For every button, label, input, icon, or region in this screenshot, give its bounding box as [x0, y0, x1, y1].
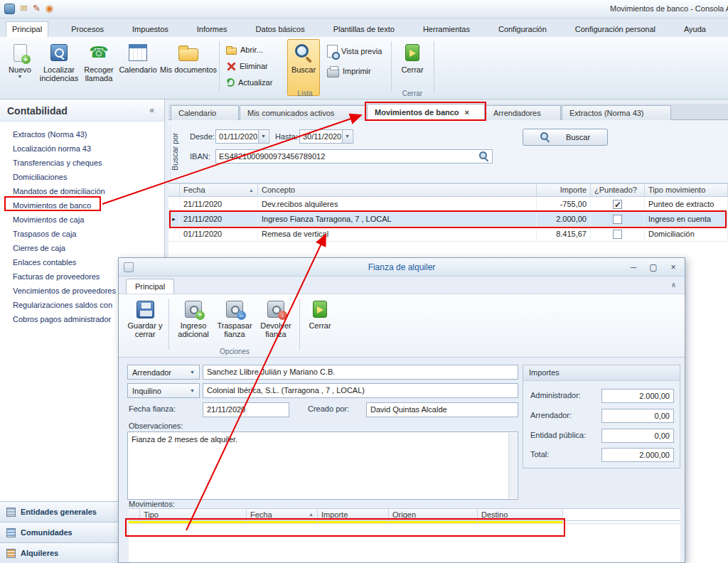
- table-row[interactable]: 21/11/2020 Dev.recibos alquileres -755,0…: [168, 197, 728, 212]
- devolver-fianza-button[interactable]: Devolver fianza: [255, 297, 296, 350]
- mov-header-importe[interactable]: Importe: [318, 509, 389, 520]
- ribbon-tab-configuracion-personal[interactable]: Configuración personal: [569, 22, 661, 37]
- table-row[interactable]: 01/11/2020 Remesa de vertical 8.415,67 D…: [168, 227, 728, 242]
- phone-icon: ☎: [89, 44, 108, 61]
- ribbon-tab-herramientas[interactable]: Herramientas: [417, 22, 476, 37]
- column-header-fecha[interactable]: Fecha▲: [180, 184, 258, 196]
- sidebar-item-cierres-caja[interactable]: Cierres de caja: [0, 241, 164, 255]
- ribbon-tab-impuestos[interactable]: Impuestos: [127, 22, 174, 37]
- administrador-field[interactable]: 2.000,00: [601, 389, 674, 403]
- sidebar-item-traspasos-caja[interactable]: Traspasos de caja: [0, 227, 164, 241]
- total-field[interactable]: 2.000,00: [601, 448, 674, 462]
- observaciones-textarea[interactable]: Fianza de 2 meses de alquiler.: [127, 431, 518, 500]
- ribbon-tab-informes[interactable]: Informes: [191, 22, 233, 37]
- inquilino-field[interactable]: Colonial Ibérica, S.L. (Tarragona , 7 , …: [203, 383, 518, 398]
- restore-icon[interactable]: ▢: [648, 261, 659, 274]
- mov-header-tipo[interactable]: Tipo: [140, 509, 247, 520]
- group-label-lista: Lista: [220, 90, 390, 97]
- ribbon-tab-procesos[interactable]: Procesos: [65, 22, 109, 37]
- vista-previa-button[interactable]: Vista previa: [326, 44, 383, 58]
- doc-tab-calendario[interactable]: Calendario: [171, 105, 239, 120]
- preview-icon: [327, 45, 338, 58]
- iban-input[interactable]: ES4821000900973456789012: [215, 149, 493, 163]
- sidebar-item-mandatos[interactable]: Mandatos de domiciliación: [0, 184, 164, 198]
- close-icon[interactable]: ×: [668, 261, 679, 274]
- fecha-fianza-field[interactable]: 21/11/2020: [203, 402, 289, 417]
- eliminar-button[interactable]: Eliminar: [225, 59, 269, 73]
- hasta-label: Hasta:: [275, 132, 298, 141]
- ribbon-tab-configuracion[interactable]: Configuración: [493, 22, 552, 37]
- actualizar-button[interactable]: Actualizar: [225, 75, 274, 90]
- table-row-selected[interactable]: ▸ 21/11/2020 Ingreso Fianza Tarragona, 7…: [168, 212, 728, 227]
- doc-tab-movimientos-banco[interactable]: Movimientos de banco×: [367, 104, 485, 120]
- close-tab-icon[interactable]: ×: [465, 108, 469, 117]
- ribbon-tab-datos-basicos[interactable]: Datos básicos: [250, 22, 311, 37]
- sidebar-item-domiciliaciones[interactable]: Domiciliaciones: [0, 170, 164, 184]
- chevron-down-icon[interactable]: ▼: [258, 130, 268, 143]
- guardar-cerrar-button[interactable]: Guardar y cerrar: [124, 297, 166, 350]
- mail-icon[interactable]: ✉: [20, 3, 28, 14]
- hasta-date-input[interactable]: 30/11/2020 ▼: [299, 129, 353, 144]
- column-header-importe[interactable]: Importe: [537, 184, 591, 196]
- punteado-checkbox[interactable]: [613, 230, 622, 239]
- scrollbar[interactable]: [508, 433, 517, 498]
- dialog-cerrar-button[interactable]: Cerrar: [304, 297, 336, 350]
- chevron-down-icon[interactable]: ▼: [342, 130, 352, 143]
- punteado-checkbox[interactable]: [613, 215, 622, 224]
- nuevo-button[interactable]: Nuevo ▼: [3, 39, 37, 96]
- chevron-up-icon[interactable]: ∧: [671, 281, 676, 289]
- entidad-publica-field[interactable]: 0,00: [601, 429, 674, 443]
- mov-header-origen[interactable]: Origen: [389, 509, 478, 520]
- recoger-llamada-button[interactable]: ☎ Recoger llamada: [80, 39, 118, 96]
- doc-tab-extractos[interactable]: Extractos (Norma 43): [562, 105, 671, 120]
- punteado-checkbox[interactable]: [613, 200, 622, 209]
- minimize-icon[interactable]: ─: [628, 261, 639, 274]
- buscar-button[interactable]: Buscar: [287, 39, 320, 96]
- ingreso-adicional-button[interactable]: Ingreso adicional: [173, 297, 214, 350]
- ribbon-tab-principal[interactable]: Principal: [6, 21, 48, 37]
- ribbon-tab-plantillas[interactable]: Plantillas de texto: [328, 22, 400, 37]
- arrendador-importe-field[interactable]: 0,00: [601, 409, 674, 423]
- sort-asc-icon: ▲: [249, 184, 254, 196]
- mis-documentos-button[interactable]: Mis documentos: [159, 39, 218, 96]
- sidebar-item-transferencias[interactable]: Transferencias y cheques: [0, 156, 164, 170]
- cell-concepto: Ingreso Fianza Tarragona, 7 , LOCAL: [258, 212, 537, 226]
- imprimir-button[interactable]: Imprimir: [326, 64, 373, 78]
- collapse-sidebar-icon[interactable]: «: [149, 105, 154, 121]
- calendario-button[interactable]: Calendario: [118, 39, 158, 96]
- sidebar-item-extractos[interactable]: Extractos (Norma 43): [0, 127, 164, 141]
- mov-table-empty-area: [129, 523, 680, 562]
- locate-incidents-icon: [50, 44, 68, 61]
- cerrar-button[interactable]: Cerrar: [395, 39, 429, 96]
- inquilino-combo[interactable]: Inquilino ▼: [127, 383, 200, 398]
- traspasar-fianza-button[interactable]: Traspasar fianza: [214, 297, 255, 350]
- dialog-titlebar[interactable]: Fianza de alquiler ─ ▢ ×: [119, 258, 685, 277]
- localizar-incidencias-button[interactable]: Localizar incidencias: [38, 39, 80, 96]
- column-header-punteado[interactable]: ¿Punteado?: [591, 184, 645, 196]
- column-header-tipo[interactable]: Tipo movimiento: [645, 184, 728, 196]
- cell-concepto: Dev.recibos alquileres: [258, 197, 537, 211]
- doc-tab-arrendadores[interactable]: Arrendadores: [486, 105, 561, 120]
- desde-date-input[interactable]: 01/11/2020 ▼: [215, 129, 269, 144]
- creado-por-field[interactable]: David Quintas Alcalde: [366, 402, 518, 417]
- search-icon[interactable]: [479, 151, 489, 161]
- exit-door-icon: [405, 44, 419, 61]
- mov-header-destino[interactable]: Destino: [478, 509, 563, 520]
- fecha-fianza-label: Fecha fianza:: [129, 404, 176, 413]
- sidebar-item-movimientos-caja[interactable]: Movimientos de caja: [0, 213, 164, 227]
- mov-header-fecha[interactable]: Fecha▲: [247, 509, 318, 520]
- sidebar-item-movimientos-banco[interactable]: Movimientos de banco: [0, 198, 164, 213]
- sidebar-item-localizacion-norma[interactable]: Localización norma 43: [0, 141, 164, 156]
- ribbon-tab-ayuda[interactable]: Ayuda: [678, 22, 712, 37]
- doc-tab-comunicados[interactable]: Mis comunicados activos: [240, 105, 366, 120]
- arrendador-field[interactable]: Sanchez Llibre Julián y Mariano C.B.: [203, 365, 518, 380]
- dialog-window-buttons: ─ ▢ ×: [628, 261, 679, 274]
- buscar-search-button[interactable]: Buscar: [523, 129, 608, 146]
- dialog-tab-principal[interactable]: Principal: [126, 279, 174, 294]
- notes-icon[interactable]: ✎: [33, 3, 41, 14]
- column-header-concepto[interactable]: Concepto: [258, 184, 537, 196]
- record-icon[interactable]: ◉: [46, 3, 53, 14]
- abrir-button[interactable]: Abrir...: [225, 43, 264, 57]
- arrendador-combo[interactable]: Arrendador ▼: [127, 365, 200, 380]
- ribbon-separator: [391, 41, 392, 92]
